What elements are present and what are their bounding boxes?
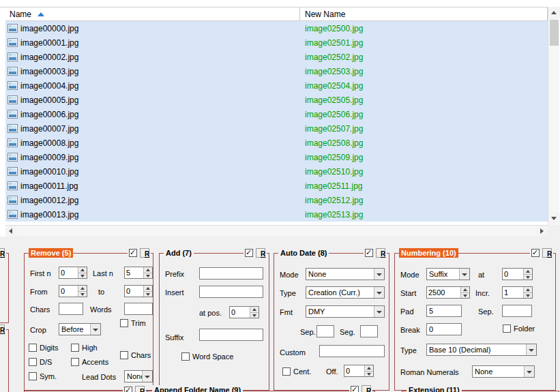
file-row[interactable]: image00001.jpg image02501.jpg xyxy=(5,35,548,50)
num-mode-dropdown-icon[interactable] xyxy=(459,269,469,280)
num-at-down-icon[interactable] xyxy=(523,275,532,280)
to-up-icon[interactable] xyxy=(143,286,152,292)
incr-down-icon[interactable] xyxy=(523,293,532,299)
scroll-left-button[interactable] xyxy=(5,226,17,237)
chars-checkbox[interactable] xyxy=(120,351,128,359)
column-header-name[interactable]: Name xyxy=(5,7,300,20)
sym-checkbox[interactable] xyxy=(29,372,37,380)
file-row[interactable]: image00012.jpg image02512.jpg xyxy=(5,193,548,207)
insert-input[interactable] xyxy=(199,286,263,298)
lead-dots-dropdown[interactable]: None xyxy=(124,370,153,382)
scroll-down-button[interactable] xyxy=(548,213,560,224)
off-down-icon[interactable] xyxy=(364,372,373,377)
from-up-icon[interactable] xyxy=(78,286,87,292)
file-row[interactable]: image00010.jpg image02510.jpg xyxy=(5,164,548,179)
pad-input[interactable] xyxy=(426,305,462,317)
incr-input[interactable] xyxy=(503,287,523,298)
to-input[interactable] xyxy=(125,286,143,297)
cent-checkbox[interactable] xyxy=(282,367,291,376)
last-n-up-icon[interactable] xyxy=(143,267,152,273)
file-row[interactable]: image00003.jpg image02503.jpg xyxy=(5,64,548,78)
break-input[interactable] xyxy=(426,323,462,335)
crop-dropdown[interactable]: Before xyxy=(59,323,101,335)
off-input[interactable] xyxy=(344,365,364,376)
append-folder-reset-button[interactable]: R xyxy=(362,385,371,392)
file-row[interactable]: image00007.jpg image02507.jpg xyxy=(5,121,548,136)
words-input[interactable] xyxy=(124,303,153,315)
auto-date-enable-checkbox[interactable] xyxy=(365,249,373,257)
at-pos-up-icon[interactable] xyxy=(250,307,259,313)
date-mode-dropdown-icon[interactable] xyxy=(374,269,384,280)
date-mode-dropdown[interactable]: None xyxy=(306,268,385,280)
file-row[interactable]: image00011.jpg image02511.jpg xyxy=(5,179,548,193)
fmt-dropdown[interactable]: DMY xyxy=(306,305,385,318)
date-sep-input[interactable] xyxy=(316,325,334,337)
start-down-icon[interactable] xyxy=(460,293,469,299)
roman-numerals-dropdown[interactable]: None xyxy=(472,365,535,378)
left-fragment-1-reset-button[interactable]: R xyxy=(0,248,5,258)
fmt-dropdown-icon[interactable] xyxy=(374,306,384,317)
add-enable-checkbox[interactable] xyxy=(245,249,253,257)
crop-dropdown-icon[interactable] xyxy=(90,324,100,335)
from-input[interactable] xyxy=(59,286,78,297)
num-at-up-icon[interactable] xyxy=(523,269,532,275)
chars-input[interactable] xyxy=(59,303,83,315)
date-type-dropdown-icon[interactable] xyxy=(374,287,384,298)
custom-input[interactable] xyxy=(319,345,385,357)
vertical-scroll-thumb[interactable] xyxy=(550,20,559,46)
first-n-up-icon[interactable] xyxy=(78,267,87,273)
vertical-scrollbar[interactable] xyxy=(548,7,559,225)
file-row[interactable]: image00004.jpg image02504.jpg xyxy=(5,78,548,93)
off-up-icon[interactable] xyxy=(364,365,373,372)
word-space-checkbox[interactable] xyxy=(181,352,190,361)
numbering-reset-button[interactable]: R xyxy=(542,248,552,258)
first-n-down-icon[interactable] xyxy=(78,273,87,279)
seg-input[interactable] xyxy=(360,325,378,337)
file-row[interactable]: image00008.jpg image02508.jpg xyxy=(5,136,548,150)
column-header-new-name[interactable]: New Name xyxy=(300,7,548,20)
num-mode-dropdown[interactable]: Suffix xyxy=(426,268,470,280)
high-checkbox[interactable] xyxy=(71,344,79,352)
left-fragment-2-reset-button[interactable]: R xyxy=(0,325,5,334)
prefix-input[interactable] xyxy=(199,267,263,280)
scroll-up-button[interactable] xyxy=(548,7,560,18)
at-pos-input[interactable] xyxy=(230,307,250,318)
num-type-dropdown[interactable]: Base 10 (Decimal) xyxy=(426,344,537,356)
remove-enable-checkbox[interactable] xyxy=(129,249,137,257)
digits-checkbox[interactable] xyxy=(29,344,37,352)
auto-date-reset-button[interactable]: R xyxy=(376,248,385,258)
to-down-icon[interactable] xyxy=(143,292,152,297)
ds-checkbox[interactable] xyxy=(29,358,37,366)
bottom-fragment-1-enable-checkbox[interactable] xyxy=(124,387,132,392)
from-down-icon[interactable] xyxy=(78,292,87,297)
numbering-enable-checkbox[interactable] xyxy=(531,249,540,257)
suffix-input[interactable] xyxy=(199,329,263,341)
file-row[interactable]: image00009.jpg image02509.jpg xyxy=(5,150,548,164)
num-type-dropdown-icon[interactable] xyxy=(526,344,536,355)
trim-checkbox[interactable] xyxy=(120,319,128,327)
append-folder-enable-checkbox[interactable] xyxy=(351,386,359,392)
start-up-icon[interactable] xyxy=(460,287,469,293)
first-n-input[interactable] xyxy=(59,267,78,278)
file-row[interactable]: image00006.jpg image02506.jpg xyxy=(5,107,548,121)
folder-checkbox[interactable] xyxy=(503,325,511,333)
last-n-input[interactable] xyxy=(125,267,143,278)
date-type-dropdown[interactable]: Creation (Curr.) xyxy=(306,286,385,299)
incr-up-icon[interactable] xyxy=(523,287,532,293)
file-row[interactable]: image00005.jpg image02505.jpg xyxy=(5,93,548,107)
file-row[interactable]: image00000.jpg image02500.jpg xyxy=(5,21,548,35)
num-sep-input[interactable] xyxy=(502,305,532,317)
remove-reset-button[interactable]: R xyxy=(140,248,149,258)
file-row[interactable]: image00013.jpg image02513.jpg xyxy=(5,207,548,222)
file-row[interactable]: image00002.jpg image02502.jpg xyxy=(5,50,548,64)
horizontal-scrollbar[interactable] xyxy=(5,225,548,237)
start-input[interactable] xyxy=(427,287,460,298)
num-at-input[interactable] xyxy=(503,269,523,280)
accents-checkbox[interactable] xyxy=(71,358,79,366)
at-pos-down-icon[interactable] xyxy=(250,313,259,318)
lead-dots-dropdown-icon[interactable] xyxy=(142,371,152,382)
roman-numerals-dropdown-icon[interactable] xyxy=(524,366,534,377)
last-n-down-icon[interactable] xyxy=(143,273,152,279)
add-reset-button[interactable]: R xyxy=(256,248,265,258)
bottom-fragment-1-reset-button[interactable]: R xyxy=(135,386,145,392)
